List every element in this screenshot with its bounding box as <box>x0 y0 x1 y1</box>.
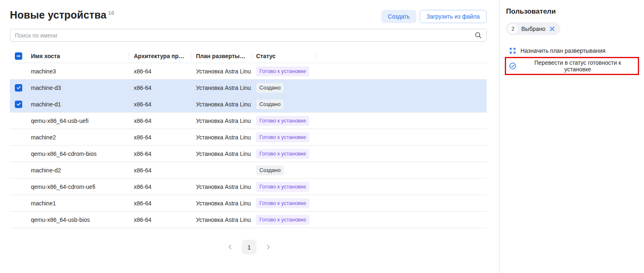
search-input[interactable] <box>10 29 487 42</box>
page-header: Новые устройства10 Создать Загрузить из … <box>0 0 499 23</box>
devices-table: Имя хоста Архитектура пр… План разверты…… <box>10 49 487 228</box>
arch-cell: x86-64 <box>128 179 191 195</box>
plan-cell <box>191 162 251 178</box>
prev-page-button[interactable] <box>225 242 235 252</box>
row-checkbox[interactable] <box>10 63 27 79</box>
table-header-row: Имя хоста Архитектура пр… План разверты…… <box>10 49 487 63</box>
table-row[interactable]: machine-d1x86-64Установка Astra LinuxСоз… <box>10 96 487 113</box>
host-cell: qemu-x86_64-cdrom-bios <box>27 146 128 162</box>
empty-cell <box>315 96 487 112</box>
status-badge: Создано <box>256 165 284 175</box>
status-cell: Готово к установке <box>251 63 315 79</box>
row-checkbox[interactable] <box>10 96 27 112</box>
selected-count-label: Выбрано <box>521 26 546 32</box>
row-checkbox[interactable] <box>10 162 27 178</box>
table-row[interactable]: machine3x86-64Установка Astra LinuxГотов… <box>10 63 487 80</box>
table-row[interactable]: qemu-x86_64-cdrom-biosx86-64Установка As… <box>10 146 487 162</box>
arch-cell: x86-64 <box>128 96 191 112</box>
column-header-status[interactable]: Статус <box>251 49 315 63</box>
device-count-badge: 10 <box>108 10 114 16</box>
plan-cell: Установка Astra Linux <box>191 80 251 96</box>
arch-cell: x86-64 <box>128 63 191 79</box>
status-badge: Готово к установке <box>256 132 309 142</box>
row-checkbox[interactable] <box>10 129 27 145</box>
status-badge: Готово к установке <box>256 149 309 159</box>
search-icon <box>475 32 482 39</box>
status-cell: Готово к установке <box>251 212 315 228</box>
action-set-ready-to-install[interactable]: Перевести в статус готовности к установк… <box>505 57 639 75</box>
row-checkbox[interactable] <box>10 80 27 96</box>
empty-cell <box>315 129 487 145</box>
row-checkbox[interactable] <box>10 113 27 129</box>
status-cell: Готово к установке <box>251 113 315 129</box>
assign-plan-icon <box>509 47 516 54</box>
action-label: Назначить план развертывания <box>520 47 605 54</box>
row-checkbox[interactable] <box>10 212 27 228</box>
pagination: 1 <box>10 240 488 254</box>
plan-cell: Установка Astra Linux <box>191 212 251 228</box>
table-row[interactable]: qemu-x86_64-usb-uefix86-64Установка Astr… <box>10 113 487 129</box>
arch-cell: x86-64 <box>128 129 191 145</box>
row-checkbox[interactable] <box>10 179 27 195</box>
users-panel: Пользователи 2 Выбрано Назначить план ра… <box>499 0 644 273</box>
create-button[interactable]: Создать <box>381 10 416 23</box>
status-badge: Создано <box>256 99 284 109</box>
arch-cell: x86-64 <box>128 80 191 96</box>
arch-cell: x86-64 <box>128 146 191 162</box>
column-header-host[interactable]: Имя хоста <box>27 49 128 63</box>
status-cell: Готово к установке <box>251 146 315 162</box>
arch-cell: x86-64 <box>128 162 191 178</box>
chevron-right-icon <box>265 244 271 250</box>
host-cell: machine-d1 <box>27 96 128 112</box>
table-row[interactable]: machine-d2x86-64Создано <box>10 162 487 179</box>
status-cell: Готово к установке <box>251 195 315 211</box>
status-badge: Готово к установке <box>256 215 309 225</box>
arch-cell: x86-64 <box>128 113 191 129</box>
arch-cell: x86-64 <box>128 195 191 211</box>
plan-cell: Установка Astra Linux <box>191 96 251 112</box>
status-badge: Готово к установке <box>256 198 309 208</box>
status-cell: Готово к установке <box>251 179 315 195</box>
plan-cell: Установка Astra Linux <box>191 63 251 79</box>
close-icon <box>549 26 555 32</box>
plan-cell: Установка Astra Linux <box>191 195 251 211</box>
bulk-actions: Назначить план развертыванияПеревести в … <box>506 45 639 75</box>
current-page-button[interactable]: 1 <box>242 240 257 254</box>
column-header-plan[interactable]: План разверты… <box>191 49 251 63</box>
status-badge: Готово к установке <box>256 116 309 126</box>
upload-from-file-button[interactable]: Загрузить из файла <box>420 10 487 23</box>
host-cell: machine-d2 <box>27 162 128 178</box>
row-checkbox[interactable] <box>10 146 27 162</box>
next-page-button[interactable] <box>263 242 273 252</box>
status-cell: Создано <box>251 96 315 112</box>
row-checkbox[interactable] <box>10 195 27 211</box>
empty-cell <box>315 113 487 129</box>
plan-cell: Установка Astra Linux <box>191 113 251 129</box>
page-title: Новые устройства10 <box>10 9 114 21</box>
table-row[interactable]: machine-d3x86-64Установка Astra LinuxСоз… <box>10 80 487 96</box>
status-cell: Создано <box>251 162 315 178</box>
select-all-checkbox[interactable] <box>10 49 27 63</box>
host-cell: machine-d3 <box>27 80 128 96</box>
empty-cell <box>315 80 487 96</box>
column-header-arch[interactable]: Архитектура пр… <box>128 49 191 63</box>
status-cell: Готово к установке <box>251 129 315 145</box>
plan-cell: Установка Astra Linux <box>191 146 251 162</box>
table-row[interactable]: qemu-x86_64-usb-biosx86-64Установка Astr… <box>10 212 487 228</box>
plan-cell: Установка Astra Linux <box>191 179 251 195</box>
header-actions: Создать Загрузить из файла <box>381 10 487 23</box>
table-row[interactable]: qemu-x86_64-cdrom-uefix86-64Установка As… <box>10 179 487 195</box>
table-row[interactable]: machine1x86-64Установка Astra LinuxГотов… <box>10 195 487 212</box>
selected-count-chip: 2 Выбрано <box>506 22 560 35</box>
empty-cell <box>315 179 487 195</box>
action-label: Перевести в статус готовности к установк… <box>520 59 635 73</box>
host-cell: machine2 <box>27 129 128 145</box>
checkbox-checked-icon <box>15 101 22 108</box>
empty-cell <box>315 146 487 162</box>
table-row[interactable]: machine2x86-64Установка Astra LinuxГотов… <box>10 129 487 146</box>
action-assign-deployment-plan[interactable]: Назначить план развертывания <box>506 45 608 56</box>
empty-cell <box>315 212 487 228</box>
host-cell: machine3 <box>27 63 128 79</box>
checkbox-indeterminate-icon <box>15 52 22 60</box>
clear-selection-button[interactable] <box>549 26 555 32</box>
